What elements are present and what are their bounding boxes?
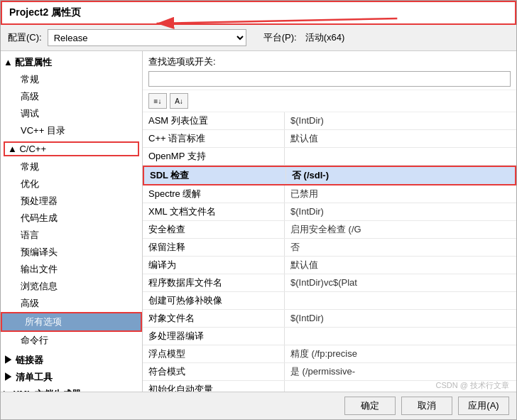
cancel-button[interactable]: 取消 [401,397,452,415]
prop-row-security-check[interactable]: 安全检查 启用安全检查 (/G [143,221,516,239]
prop-name-security-check: 安全检查 [143,221,285,238]
prop-value-objfile: $(IntDir) [285,310,516,327]
prop-value-hotpatch [285,292,516,309]
prop-name-openmp: OpenMP 支持 [143,148,285,165]
tree-item-preprocessor[interactable]: 预处理器 [1,193,142,210]
prop-value-xml-doc: $(IntDir) [285,203,516,220]
tree-item-vc-dirs[interactable]: VC++ 目录 [1,122,142,139]
sort-list-icon: ≡↓ [154,97,162,105]
sort-alpha-btn[interactable]: A↓ [170,93,188,109]
tree-panel: ▲ 配置属性 常规 高级 调试 VC++ 目录 ▲ C/C++ 常规 优化 预处… [1,51,143,392]
tree-item-manifest[interactable]: ▶ 清单工具 [1,369,142,386]
tree-item-config-props[interactable]: ▲ 配置属性 [1,54,142,71]
prop-row-fp-model[interactable]: 浮点模型 精度 (/fp:precise [143,345,516,363]
ok-button[interactable]: 确定 [344,397,396,415]
tree-item-output-files[interactable]: 输出文件 [1,261,142,278]
prop-row-cpp-std[interactable]: C++ 语言标准 默认值 [143,130,516,148]
prop-row-conform[interactable]: 符合模式 是 (/permissive- [143,363,516,381]
prop-value-sdl: 否 (/sdl-) [286,167,515,184]
prop-name-fp-model: 浮点模型 [143,345,285,362]
prop-name-pdb: 程序数据库文件名 [143,274,285,291]
prop-name-hotpatch: 创建可热修补映像 [143,292,285,309]
prop-name-cpp-std: C++ 语言标准 [143,130,285,147]
tree-item-advanced2[interactable]: 高级 [1,295,142,312]
search-input[interactable] [148,71,511,87]
prop-row-compile-as[interactable]: 编译为 默认值 [143,257,516,274]
prop-value-spectre: 已禁用 [285,185,516,203]
tree-item-all-options[interactable]: 所有选项 [1,312,142,332]
property-panel: 查找选项或开关: ≡↓ A↓ ASM 列表位置 $(IntDir) [143,51,516,392]
tree-item-optimization[interactable]: 优化 [1,176,142,193]
apply-button[interactable]: 应用(A) [458,397,509,415]
search-label: 查找选项或开关: [148,55,511,68]
tree-item-codegen[interactable]: 代码生成 [1,210,142,227]
config-label: 配置(C): [8,31,42,44]
prop-row-keep-comments[interactable]: 保留注释 否 [143,239,516,257]
tree-item-language[interactable]: 语言 [1,227,142,244]
toolbar-icons: ≡↓ A↓ [143,90,516,112]
prop-row-spectre[interactable]: Spectre 缓解 已禁用 [143,185,516,203]
prop-row-asm[interactable]: ASM 列表位置 $(IntDir) [143,112,516,130]
tree-item-cmdline[interactable]: 命令行 [1,332,142,349]
prop-value-cpp-std: 默认值 [285,130,516,147]
prop-row-objfile[interactable]: 对象文件名 $(IntDir) [143,310,516,328]
main-content: ▲ 配置属性 常规 高级 调试 VC++ 目录 ▲ C/C++ 常规 优化 预处… [1,51,516,392]
prop-name-compile-as: 编译为 [143,257,285,274]
config-row: 配置(C): Release 平台(P): 活动(x64) [1,25,516,51]
prop-value-conform: 是 (/permissive- [285,363,516,380]
prop-row-sdl[interactable]: SDL 检查 否 (/sdl-) [143,166,516,185]
prop-value-multiproc [285,328,516,345]
prop-value-openmp [285,148,516,165]
config-select[interactable]: Release [48,29,246,46]
prop-name-spectre: Spectre 缓解 [143,185,285,203]
property-dialog: Project2 属性页 配置(C): Release 平台(P): 活动(x6… [0,0,517,420]
tree-item-debug[interactable]: 调试 [1,105,142,122]
property-table: ASM 列表位置 $(IntDir) C++ 语言标准 默认值 OpenMP 支… [143,112,516,392]
prop-name-asm: ASM 列表位置 [143,112,285,129]
prop-value-compile-as: 默认值 [285,257,516,274]
prop-row-multiproc[interactable]: 多处理器编译 [143,328,516,345]
tree-item-linker[interactable]: ▶ 链接器 [1,352,142,369]
prop-name-init-auto: 初始化自动变量 [143,381,285,392]
prop-name-multiproc: 多处理器编译 [143,328,285,345]
search-area: 查找选项或开关: [143,51,516,90]
sort-list-btn[interactable]: ≡↓ [148,93,167,109]
prop-row-openmp[interactable]: OpenMP 支持 [143,148,516,166]
prop-name-sdl: SDL 检查 [144,167,286,184]
sort-alpha-icon: A↓ [175,97,183,105]
tree-item-xml-gen[interactable]: ▶ XML 文档生成器 [1,386,142,392]
bottom-bar: 确定 取消 应用(A) [1,392,516,419]
prop-name-conform: 符合模式 [143,363,285,380]
prop-row-pdb[interactable]: 程序数据库文件名 $(IntDir)vc$(Plat [143,274,516,292]
prop-name-keep-comments: 保留注释 [143,239,285,256]
prop-value-pdb: $(IntDir)vc$(Plat [285,274,516,291]
platform-value: 活动(x64) [305,31,345,44]
watermark: CSDN @ 技术行文章 [436,380,509,391]
dialog-title: Project2 属性页 [9,6,81,19]
tree-item-precompiled[interactable]: 预编译头 [1,244,142,261]
prop-value-security-check: 启用安全检查 (/G [285,221,516,238]
title-bar: Project2 属性页 [1,1,516,25]
prop-value-keep-comments: 否 [285,239,516,256]
prop-value-fp-model: 精度 (/fp:precise [285,345,516,362]
prop-name-xml-doc: XML 文档文件名 [143,203,285,220]
tree-item-browse-info[interactable]: 浏览信息 [1,278,142,295]
tree-item-cpp-section[interactable]: ▲ C/C++ [4,141,139,156]
tree-item-general[interactable]: 常规 [1,71,142,88]
prop-value-asm: $(IntDir) [285,112,516,129]
prop-row-xml-doc[interactable]: XML 文档文件名 $(IntDir) [143,203,516,221]
platform-label: 平台(P): [263,31,297,44]
prop-row-hotpatch[interactable]: 创建可热修补映像 [143,292,516,310]
tree-item-cpp-general[interactable]: 常规 [1,158,142,176]
tree-item-advanced[interactable]: 高级 [1,88,142,105]
prop-name-objfile: 对象文件名 [143,310,285,327]
